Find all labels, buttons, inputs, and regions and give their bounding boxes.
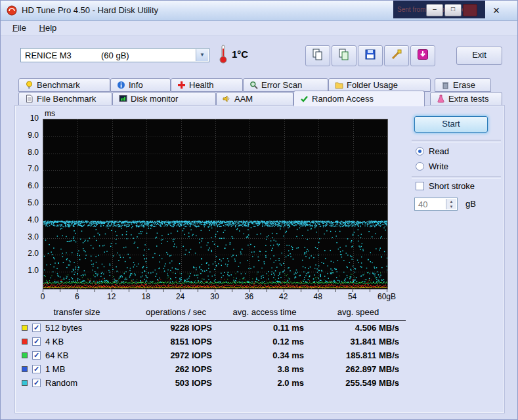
- table-row: ✓ 1 MB: [20, 362, 133, 376]
- menubar: File Help: [1, 21, 517, 36]
- download-icon: [416, 48, 429, 64]
- series-label: 512 bytes: [45, 323, 82, 333]
- window-title: HD Tune Pro 4.50 - Hard Disk Utility: [22, 1, 158, 20]
- x-axis-tick: [301, 289, 301, 292]
- x-axis-tick: [232, 289, 232, 292]
- folder-icon: [335, 81, 343, 89]
- x-axis-tick: [267, 289, 267, 292]
- iops-value: 9228 IOPS: [133, 321, 219, 335]
- drive-select[interactable]: RENICE M3 (60 gB) ▼: [20, 48, 209, 62]
- series-label: Random: [45, 378, 77, 388]
- stroke-size-input[interactable]: 40 ▲▼: [414, 198, 458, 211]
- speaker-icon: [223, 94, 231, 103]
- write-radio[interactable]: [416, 162, 424, 171]
- tab-disk-monitor[interactable]: Disk monitor: [112, 92, 216, 106]
- check-icon: [300, 94, 309, 103]
- copy-text-button[interactable]: [305, 45, 330, 66]
- app-icon: [7, 5, 17, 16]
- close-button[interactable]: ×: [486, 2, 506, 19]
- artifact-red-box: [463, 4, 477, 16]
- series-checkbox[interactable]: ✓: [32, 351, 41, 360]
- series-checkbox[interactable]: ✓: [32, 379, 41, 387]
- access-time-value: 0.11 ms: [219, 321, 311, 335]
- tab-label: Random Access: [312, 94, 374, 104]
- y-tick-label: 3.0: [18, 232, 39, 242]
- save-button[interactable]: [358, 45, 383, 66]
- x-tick-label: 60gB: [378, 292, 396, 301]
- iops-value: 8151 IOPS: [133, 335, 219, 348]
- access-time-value: 3.8 ms: [219, 362, 311, 376]
- temperature-value: 1°C: [232, 49, 248, 60]
- tab-label: AAM: [234, 94, 253, 104]
- save-icon: [364, 48, 377, 64]
- tab-label: Folder Usage: [347, 80, 398, 90]
- options-button[interactable]: [384, 45, 409, 66]
- x-axis-tick: [387, 289, 387, 292]
- y-tick-label: 4.0: [18, 215, 39, 224]
- menu-file[interactable]: File: [7, 21, 32, 35]
- stroke-size-stepper[interactable]: ▲▼: [446, 199, 456, 209]
- spinner-down-icon[interactable]: ▼: [446, 204, 456, 209]
- copy-color-icon: [337, 48, 351, 64]
- tab-benchmark[interactable]: Benchmark: [18, 78, 110, 92]
- separator: [412, 177, 501, 179]
- x-tick-label: 0: [41, 292, 45, 301]
- tab-label: Error Scan: [261, 80, 302, 90]
- col-header-operations: operations / sec: [133, 307, 219, 321]
- iops-value: 503 IOPS: [133, 376, 219, 390]
- x-tick-label: 6: [75, 292, 79, 301]
- minimize-button[interactable]: –: [426, 4, 443, 16]
- tab-label: Benchmark: [37, 80, 80, 90]
- x-tick-label: 48: [314, 292, 322, 301]
- read-radio[interactable]: [416, 147, 424, 156]
- chevron-down-icon[interactable]: ▼: [196, 49, 208, 61]
- x-tick-label: 36: [245, 292, 253, 301]
- menu-help[interactable]: Help: [34, 21, 62, 35]
- tab-label: Info: [129, 80, 143, 90]
- info-icon: [117, 81, 125, 89]
- series-swatch: [22, 380, 28, 386]
- tab-extra-tests[interactable]: Extra tests: [430, 92, 502, 106]
- brush-icon: [390, 48, 403, 64]
- access-time-value: 0.34 ms: [219, 348, 311, 362]
- start-button[interactable]: Start: [414, 116, 488, 133]
- series-checkbox[interactable]: ✓: [32, 324, 41, 332]
- x-axis-tick: [163, 289, 163, 292]
- random-access-plot: [43, 119, 388, 289]
- iops-value: 262 IOPS: [133, 362, 219, 376]
- spinner-up-icon[interactable]: ▲: [446, 199, 456, 204]
- tab-folder-usage[interactable]: Folder Usage: [328, 78, 431, 92]
- speed-value: 185.811 MB/s: [311, 348, 406, 362]
- series-checkbox[interactable]: ✓: [32, 337, 41, 346]
- stroke-unit-label: gB: [465, 199, 476, 209]
- file-icon: [25, 94, 33, 103]
- series-checkbox[interactable]: ✓: [32, 365, 41, 373]
- table-row: ✓ 4 KB: [20, 335, 133, 348]
- app-window: HD Tune Pro 4.50 - Hard Disk Utility Sen…: [0, 0, 518, 420]
- copy-icon: [311, 48, 324, 64]
- y-axis-unit: ms: [45, 109, 55, 118]
- x-tick-label: 42: [279, 292, 288, 301]
- tab-erase[interactable]: Erase: [435, 78, 491, 92]
- magnifier-icon: [249, 81, 258, 89]
- series-swatch: [22, 352, 28, 358]
- y-tick-label: 2.0: [18, 249, 39, 258]
- maximize-button[interactable]: □: [444, 4, 462, 16]
- tab-random-access[interactable]: Random Access: [293, 91, 425, 106]
- separator: [412, 140, 501, 142]
- tab-health[interactable]: Health: [171, 78, 243, 92]
- health-cross-icon: [177, 81, 186, 89]
- tab-info[interactable]: Info: [110, 78, 171, 92]
- y-tick-label: 5.0: [18, 198, 39, 207]
- x-axis-tick: [335, 289, 335, 292]
- short-stroke-checkbox[interactable]: [416, 182, 424, 190]
- access-time-value: 2.0 ms: [219, 376, 311, 390]
- tab-aam[interactable]: AAM: [216, 92, 293, 106]
- copy-image-button[interactable]: [332, 45, 356, 66]
- y-tick-label: 1.0: [18, 266, 39, 275]
- speed-value: 255.549 MB/s: [311, 376, 406, 390]
- exit-button[interactable]: Exit: [456, 47, 502, 65]
- capture-button[interactable]: [410, 45, 435, 66]
- tab-error-scan[interactable]: Error Scan: [243, 78, 328, 92]
- tab-file-benchmark[interactable]: File Benchmark: [18, 92, 112, 106]
